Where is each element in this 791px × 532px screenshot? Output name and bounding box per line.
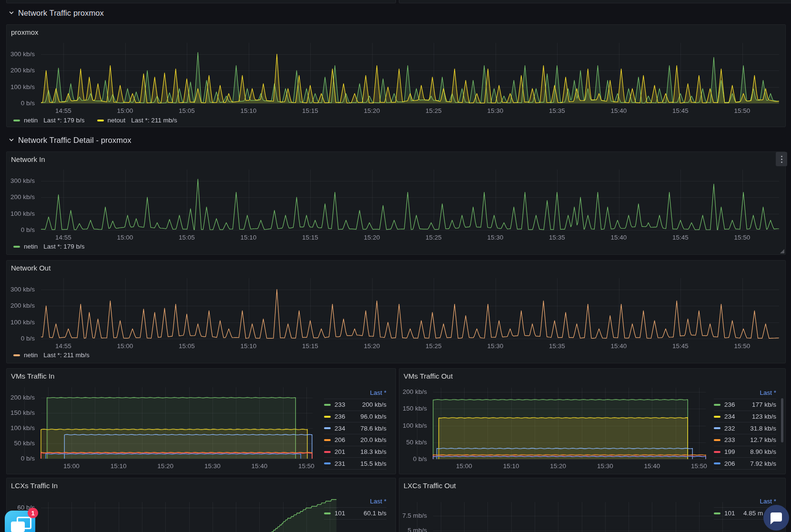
legend-item[interactable]: netinLast *: 211 mb/s bbox=[13, 351, 90, 359]
series-name: 233 bbox=[335, 401, 351, 408]
series-name: 206 bbox=[335, 436, 351, 443]
x-axis-tick-label: 15:50 bbox=[727, 107, 758, 115]
y-axis-tick-label: 100 kb/s bbox=[399, 422, 427, 430]
legend-row[interactable]: 23312.7 kb/s bbox=[714, 434, 776, 446]
x-axis-tick-label: 15:10 bbox=[103, 462, 134, 470]
series-last-value: 60.1 b/s bbox=[351, 510, 386, 517]
x-axis-tick-label: 15:40 bbox=[604, 107, 634, 115]
series-last-value: 200 kb/s bbox=[351, 401, 386, 408]
y-axis-tick-label: 0 b/s bbox=[399, 455, 427, 463]
series-color-icon bbox=[324, 404, 331, 406]
x-axis-tick-label: 15:40 bbox=[604, 234, 634, 241]
series-color-icon bbox=[324, 416, 331, 418]
chat-widget-button[interactable]: 1 bbox=[5, 511, 35, 532]
x-axis-tick-label: 15:20 bbox=[150, 462, 181, 470]
panel-title[interactable]: Network Out bbox=[11, 264, 51, 272]
series-name: 234 bbox=[335, 425, 351, 432]
panel-proxmox: proxmox 14:5515:0015:0515:1015:1515:2015… bbox=[6, 24, 786, 127]
series-last-value: 18.3 kb/s bbox=[351, 448, 386, 455]
legend-column-header-last[interactable]: Last * bbox=[324, 387, 386, 399]
series-last-value: Last *: 211 mb/s bbox=[131, 117, 177, 124]
series-color-icon bbox=[714, 451, 720, 453]
x-axis-tick-label: 15:45 bbox=[665, 234, 696, 241]
series-color-icon bbox=[13, 246, 20, 248]
x-axis-tick-label: 15:20 bbox=[357, 234, 387, 241]
legend-row[interactable]: 234123 kb/s bbox=[714, 411, 776, 422]
series-color-icon bbox=[324, 462, 331, 464]
y-axis-tick-label: 50 kb/s bbox=[7, 440, 35, 447]
legend-table: Last *10160.1 b/s bbox=[324, 496, 396, 520]
series-last-value: Last *: 179 b/s bbox=[43, 243, 84, 250]
panel-title[interactable]: Network In bbox=[11, 155, 45, 163]
series-color-icon bbox=[324, 451, 331, 453]
chevron-down-icon bbox=[9, 137, 14, 143]
section-title: Network Traffic Detail - proxmox bbox=[18, 136, 132, 145]
x-axis-tick-label: 15:10 bbox=[233, 107, 264, 115]
series-color-icon bbox=[714, 462, 720, 464]
partial-panel-above-right bbox=[399, 0, 791, 3]
x-axis-tick-label: 15:30 bbox=[480, 234, 511, 241]
y-axis-tick-label: 50 kb/s bbox=[399, 439, 427, 446]
legend-row[interactable]: 2067.92 kb/s bbox=[714, 457, 776, 470]
panel-resize-handle[interactable] bbox=[780, 249, 784, 253]
panel-title[interactable]: proxmox bbox=[11, 28, 39, 36]
panel-title[interactable]: LCXs Traffic In bbox=[11, 482, 58, 490]
legend-column-header-last[interactable]: Last * bbox=[714, 496, 776, 507]
legend-row[interactable]: 1998.90 kb/s bbox=[714, 446, 776, 458]
legend-item[interactable]: netinLast *: 179 b/s bbox=[13, 117, 85, 124]
section-title: Network Traffic proxmox bbox=[18, 9, 104, 18]
section-header-network-traffic-proxmox[interactable]: Network Traffic proxmox bbox=[9, 8, 104, 18]
y-axis-tick-label: 200 kb/s bbox=[399, 388, 427, 396]
legend-row[interactable]: 233200 kb/s bbox=[324, 399, 386, 411]
x-axis-tick-label: 15:20 bbox=[543, 462, 573, 470]
legend-row[interactable]: 236177 kb/s bbox=[714, 399, 776, 411]
legend-row[interactable]: 23231.8 kb/s bbox=[714, 422, 776, 434]
series-name: netin bbox=[24, 117, 38, 124]
x-axis-tick-label: 15:40 bbox=[244, 462, 274, 470]
legend-row[interactable]: 23696.0 kb/s bbox=[324, 411, 386, 422]
panel-title[interactable]: VMs Traffic Out bbox=[404, 372, 453, 380]
legend-row[interactable]: 20620.0 kb/s bbox=[324, 434, 386, 446]
section-header-network-traffic-detail[interactable]: Network Traffic Detail - proxmox bbox=[9, 135, 132, 145]
x-axis-tick-label: 15:35 bbox=[542, 107, 572, 115]
series-name: 231 bbox=[335, 460, 351, 467]
panel-menu-kebab-icon[interactable] bbox=[776, 152, 787, 166]
panel-title[interactable]: LXCs Traffic Out bbox=[404, 482, 456, 490]
panel-title[interactable]: VMs Traffic In bbox=[11, 372, 54, 380]
chat-support-button[interactable] bbox=[763, 505, 789, 531]
legend-column-header-last[interactable]: Last * bbox=[714, 387, 776, 399]
series-name: 236 bbox=[335, 413, 351, 420]
x-axis-tick-label: 15:05 bbox=[172, 234, 202, 241]
x-axis-tick-label: 15:40 bbox=[604, 342, 634, 350]
x-axis-tick-label: 15:00 bbox=[110, 107, 141, 115]
x-axis-tick-label: 15:25 bbox=[418, 342, 449, 350]
y-axis-tick-label: 100 kb/s bbox=[7, 319, 35, 326]
x-axis-tick-label: 15:15 bbox=[295, 107, 325, 115]
y-axis-tick-label: 150 kb/s bbox=[399, 405, 427, 412]
legend-row[interactable]: 23478.6 kb/s bbox=[324, 422, 386, 434]
x-axis-tick-label: 15:05 bbox=[172, 342, 202, 350]
x-axis-tick-label: 15:00 bbox=[110, 234, 141, 241]
x-axis-tick-label: 15:15 bbox=[295, 234, 325, 241]
legend-row[interactable]: 10160.1 b/s bbox=[324, 507, 386, 520]
legend-row[interactable]: 23115.5 kb/s bbox=[324, 457, 386, 470]
legend-table: Last *236177 kb/s234123 kb/s23231.8 kb/s… bbox=[714, 387, 785, 470]
series-last-value: 31.8 kb/s bbox=[740, 425, 776, 432]
legend-item[interactable]: netoutLast *: 211 mb/s bbox=[97, 117, 177, 124]
legend-column-header-last[interactable]: Last * bbox=[324, 496, 386, 507]
y-axis-tick-label: 0 b/s bbox=[7, 100, 35, 107]
x-axis-tick-label: 15:50 bbox=[684, 462, 714, 470]
legend: netinLast *: 179 b/snetoutLast *: 211 mb… bbox=[13, 117, 177, 124]
legend-row[interactable]: 20118.3 kb/s bbox=[324, 446, 386, 458]
legend-item[interactable]: netinLast *: 179 b/s bbox=[13, 243, 85, 250]
x-axis-tick-label: 15:00 bbox=[110, 342, 141, 350]
y-axis-tick-label: 300 kb/s bbox=[7, 286, 35, 293]
x-axis-tick-label: 15:20 bbox=[357, 107, 387, 115]
y-axis-tick-label: 0 b/s bbox=[7, 226, 35, 234]
series-color-icon bbox=[13, 120, 20, 121]
series-color-icon bbox=[13, 354, 20, 356]
panel-vms-traffic-out: VMs Traffic Out 15:0015:1015:2015:3015:4… bbox=[399, 368, 786, 474]
series-name: 236 bbox=[724, 401, 740, 408]
legend-table: Last *233200 kb/s23696.0 kb/s23478.6 kb/… bbox=[324, 387, 396, 470]
chat-bubble-tail bbox=[771, 521, 775, 524]
